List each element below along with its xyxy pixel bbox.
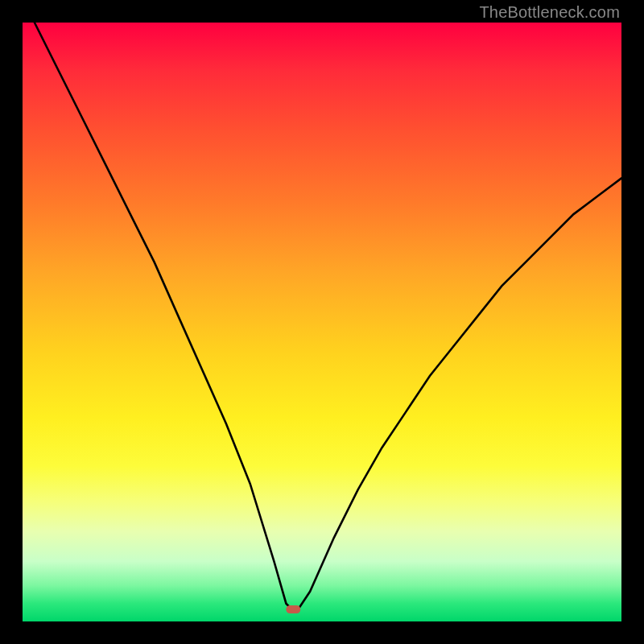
bottleneck-curve	[35, 23, 621, 609]
curve-min-marker	[286, 605, 300, 613]
chart-svg	[23, 23, 621, 621]
chart-frame: TheBottleneck.com	[0, 0, 644, 644]
watermark-text: TheBottleneck.com	[479, 3, 620, 22]
